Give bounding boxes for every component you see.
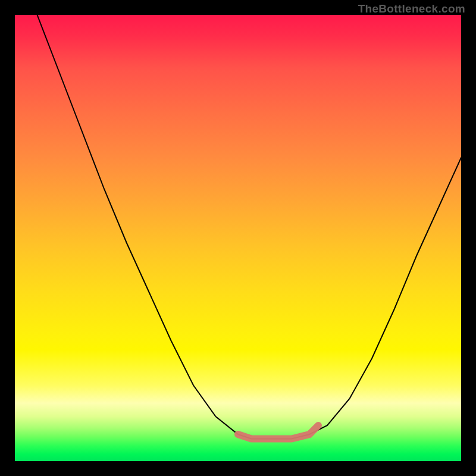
v-curve-svg — [15, 15, 461, 461]
optimal-zone-path — [238, 425, 318, 439]
v-curve-path — [37, 15, 462, 439]
watermark-text: TheBottleneck.com — [358, 2, 465, 15]
page-root: { "watermark": "TheBottleneck.com", "cha… — [0, 0, 476, 476]
chart-plot-area — [15, 15, 461, 461]
